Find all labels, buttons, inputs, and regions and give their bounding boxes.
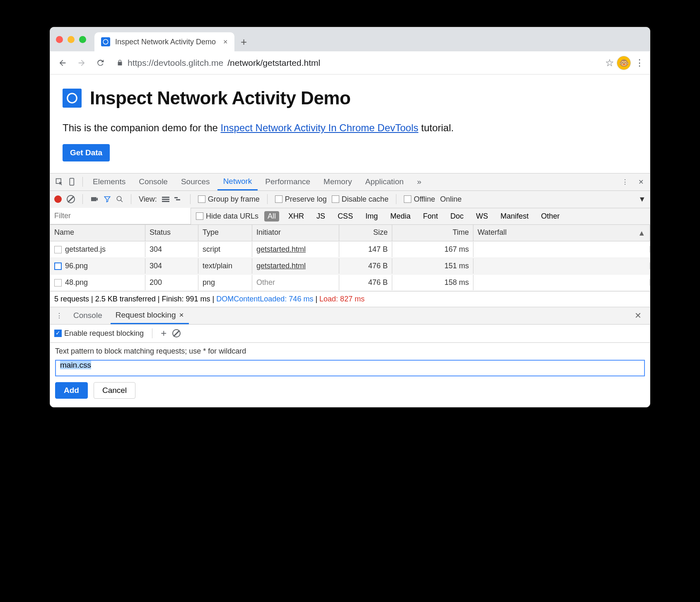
devtools-drawer: ⋮ Console Request blocking × ✕ Enable re… [50, 307, 650, 407]
svg-point-0 [103, 39, 108, 44]
browser-tab[interactable]: Inspect Network Activity Demo × [94, 32, 234, 51]
cancel-button[interactable]: Cancel [94, 382, 135, 399]
filter-all[interactable]: All [264, 211, 279, 222]
bookmark-button[interactable]: ☆ [605, 57, 614, 69]
close-window-button[interactable] [56, 36, 63, 43]
table-row[interactable]: getstarted.js304scriptgetstarted.html147… [50, 241, 650, 258]
table-header: Name Status Type Initiator Size Time Wat… [50, 225, 650, 241]
maximize-window-button[interactable] [79, 36, 86, 43]
svg-line-6 [121, 200, 123, 202]
drawer-menu-icon[interactable]: ⋮ [53, 310, 65, 321]
devtools-panel: Elements Console Sources Network Perform… [50, 173, 650, 407]
col-status[interactable]: Status [145, 225, 198, 241]
page-title: Inspect Network Activity Demo [90, 88, 350, 108]
forward-button[interactable] [73, 55, 90, 71]
filter-toggle-icon[interactable] [104, 195, 111, 203]
network-toolbar: View: Group by frame Preserve log Disabl… [50, 191, 650, 208]
add-button[interactable]: Add [55, 382, 88, 399]
get-data-button[interactable]: Get Data [63, 144, 110, 161]
filter-media[interactable]: Media [387, 211, 414, 222]
filter-font[interactable]: Font [420, 211, 441, 222]
block-toolbar: Enable request blocking + [50, 325, 650, 343]
summary-finish: Finish: 991 ms [162, 295, 210, 303]
page-content: Inspect Network Activity Demo This is th… [50, 75, 650, 173]
svg-point-5 [117, 196, 121, 201]
filter-input[interactable] [50, 208, 191, 224]
back-button[interactable] [54, 55, 71, 71]
filter-other[interactable]: Other [538, 211, 563, 222]
reload-button[interactable] [92, 55, 109, 71]
tab-network[interactable]: Network [217, 173, 258, 190]
filter-ws[interactable]: WS [473, 211, 491, 222]
record-button[interactable] [54, 195, 62, 203]
file-icon [54, 246, 62, 253]
disable-cache-checkbox[interactable]: Disable cache [332, 195, 389, 204]
drawer-close-icon[interactable]: ✕ [630, 311, 647, 320]
new-tab-button[interactable]: + [234, 32, 253, 51]
offline-checkbox[interactable]: Offline [404, 195, 435, 204]
devtools-close-icon[interactable]: ✕ [635, 176, 647, 188]
close-icon[interactable]: × [179, 311, 183, 320]
col-size[interactable]: Size [339, 225, 392, 241]
traffic-lights [56, 27, 94, 51]
browser-window: Inspect Network Activity Demo × + https:… [50, 27, 650, 407]
add-pattern-icon[interactable]: + [161, 327, 167, 339]
tab-application[interactable]: Application [360, 173, 410, 190]
clear-button[interactable] [67, 195, 75, 203]
pattern-hint: Text pattern to block matching requests;… [55, 347, 645, 356]
preserve-log-checkbox[interactable]: Preserve log [275, 195, 327, 204]
enable-blocking-checkbox[interactable]: Enable request blocking [54, 329, 144, 338]
file-icon [54, 279, 62, 287]
hide-data-urls-checkbox[interactable]: Hide data URLs [196, 212, 258, 221]
svg-rect-8 [162, 199, 169, 200]
remove-all-icon[interactable] [172, 329, 181, 337]
col-waterfall[interactable]: Waterfall▲ [473, 225, 650, 241]
network-summary: 5 requests | 2.5 KB transferred | Finish… [50, 291, 650, 307]
col-type[interactable]: Type [198, 225, 252, 241]
summary-requests: 5 requests [54, 295, 89, 303]
throttle-select[interactable]: Online [440, 195, 462, 204]
svg-rect-10 [174, 197, 178, 198]
col-time[interactable]: Time [392, 225, 473, 241]
table-row[interactable]: 96.png304text/plaingetstarted.html476 B1… [50, 258, 650, 275]
tab-console[interactable]: Console [133, 173, 174, 190]
filter-xhr[interactable]: XHR [285, 211, 307, 222]
overview-icon[interactable] [174, 196, 183, 202]
devtools-menu-icon[interactable]: ⋮ [619, 176, 631, 188]
sort-icon: ▲ [638, 229, 645, 238]
pattern-input[interactable]: main.css [55, 360, 645, 376]
browser-menu-button[interactable]: ⋮ [633, 58, 646, 68]
large-rows-icon[interactable] [162, 196, 169, 202]
group-by-frame-checkbox[interactable]: Group by frame [198, 195, 260, 204]
search-icon[interactable] [116, 195, 123, 203]
profile-avatar[interactable]: 🐵 [617, 56, 631, 70]
inspect-element-icon[interactable] [53, 176, 65, 188]
filter-manifest[interactable]: Manifest [497, 211, 532, 222]
filter-img[interactable]: Img [362, 211, 381, 222]
filter-js[interactable]: JS [313, 211, 328, 222]
throttle-dropdown-icon[interactable]: ▼ [638, 195, 646, 204]
minimize-window-button[interactable] [68, 36, 75, 43]
filter-css[interactable]: CSS [334, 211, 356, 222]
col-initiator[interactable]: Initiator [252, 225, 339, 241]
tab-strip: Inspect Network Activity Demo × + [50, 27, 650, 51]
filter-doc[interactable]: Doc [447, 211, 467, 222]
device-toggle-icon[interactable] [67, 176, 78, 188]
tab-elements[interactable]: Elements [87, 173, 131, 190]
col-name[interactable]: Name [50, 225, 145, 241]
tutorial-link[interactable]: Inspect Network Activity In Chrome DevTo… [221, 122, 419, 133]
summary-load: Load: 827 ms [319, 295, 364, 303]
close-tab-icon[interactable]: × [223, 38, 228, 46]
url-box[interactable]: https://devtools.glitch.me/network/getst… [111, 58, 603, 68]
drawer-tab-console[interactable]: Console [68, 307, 107, 324]
url-host: https://devtools.glitch.me [128, 58, 223, 68]
tab-overflow-icon[interactable]: » [411, 173, 427, 190]
summary-dcl: DOMContentLoaded: 746 ms [216, 295, 313, 303]
tab-performance[interactable]: Performance [259, 173, 316, 190]
camera-icon[interactable] [90, 196, 99, 202]
drawer-tab-request-blocking[interactable]: Request blocking × [111, 307, 189, 324]
tab-memory[interactable]: Memory [318, 173, 358, 190]
table-row[interactable]: 48.png200pngOther476 B158 ms [50, 275, 650, 291]
svg-rect-7 [162, 197, 169, 198]
tab-sources[interactable]: Sources [175, 173, 216, 190]
